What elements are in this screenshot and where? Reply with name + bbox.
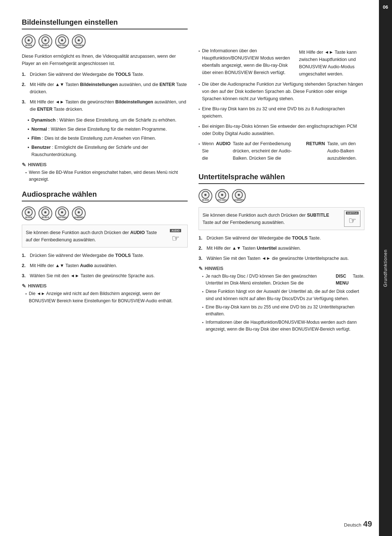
right-bullet-1: Die Informationen über den Hauptfunktion… (199, 47, 364, 78)
bild-hinweis-item-1: Wenn Sie die BD-Wise Funktion eingeschal… (25, 169, 188, 183)
bildeinstellungen-steps: 1. Drücken Sie während der Wiedergabe di… (22, 71, 188, 113)
subtitle-button-image: SUBTITLE ☞ (344, 210, 360, 227)
audio-disc-bdrom: BD-ROM (22, 206, 36, 220)
subtitle-steps: 1. Drücken Sie während der Wiedergabe di… (199, 234, 364, 262)
right-bullet-3: Eine Blu-ray Disk kann bis zu 32 und ein… (199, 105, 364, 120)
pencil-icon: ✎ (22, 162, 26, 168)
sub-step-2: 2. Mit Hilfe der ▲▼ Tasten Untertitel au… (199, 245, 364, 252)
sub-disc-da: DA/MM/MP3 (232, 189, 246, 203)
pencil-icon-2: ✎ (22, 283, 26, 289)
audio-button-label: AUDIO (170, 229, 181, 232)
disc-icon-bdrom: BD-ROM (22, 34, 36, 48)
audio-step-2: 2. Mit Hilfe der ▲▼ Tasten Audio auswähl… (22, 262, 188, 269)
hand-icon-2: ☞ (348, 216, 356, 226)
subtitle-box-text: Sie können diese Funktion auch durch Drü… (203, 212, 340, 226)
audio-button-image: AUDIO ☞ (167, 228, 184, 244)
audio-disc-bdrer: BD-RE/-R (38, 206, 52, 220)
bullet-normal: Normal : Wählen Sie diese Einstellung fü… (28, 126, 188, 133)
audio-steps: 1. Drücken Sie während der Wiedergabe di… (22, 252, 188, 279)
side-tab-text: Grundfunktionen (383, 249, 388, 287)
right-bullet-4: Bei einigen Blu-ray-Disks können Sie ent… (199, 123, 364, 137)
page-footer: Deutsch49 (344, 519, 372, 529)
subtitle-function-box: Sie können diese Funktion auch durch Drü… (199, 207, 364, 230)
sub-hinweis-4: Informationen über die Hauptfunktion/BON… (202, 319, 364, 333)
audio-disc-dvdvideo: DVD-VIDEO (55, 206, 69, 220)
hand-icon: ☞ (172, 233, 180, 244)
audio-step-1: 1. Drücken Sie während der Wiedergabe di… (22, 252, 188, 259)
sub-disc-bdrom: BD-ROM (199, 189, 212, 203)
bildeinstellungen-bullets: Dynamisch : Wählen Sie diese Einstellung… (22, 116, 188, 158)
right-bullet-2: Die über die Audiosprache Funktion zur V… (199, 81, 364, 102)
bullet-benutzer: Benutzer : Ermöglicht die Einstellung de… (28, 144, 188, 158)
sub-step-3: 3. Wählen Sie mit den Tasten ◄► die gewü… (199, 255, 364, 262)
subtitle-hinweis-title: ✎ HINWEIS (199, 266, 364, 271)
bildeinstellungen-intro: Diese Funktion ermöglicht es Ihnen, die … (22, 53, 188, 67)
right-bullet-5: Wenn Sie die AUDIO Taste auf der Fernbed… (199, 140, 364, 162)
side-tab: 06 Grundfunktionen (379, 0, 392, 536)
pencil-icon-3: ✎ (199, 266, 203, 271)
bild-hinweis-title: ✎ HINWEIS (22, 162, 188, 168)
section-title-audiosprache: Audiosprache wählen (22, 190, 188, 201)
side-tab-number: 06 (383, 4, 388, 10)
audio-function-box: Sie können diese Funktion auch durch Drü… (22, 225, 188, 247)
subtitle-hinweis-list: Je nach Blu-ray Disc / DVD können Sie de… (199, 273, 364, 333)
sub-hinweis-1: Je nach Blu-ray Disc / DVD können Sie de… (202, 273, 364, 287)
sub-step-1: 1. Drücken Sie während der Wiedergabe di… (199, 234, 364, 242)
audio-box-text: Sie können diese Funktion auch durch Drü… (26, 229, 164, 244)
sub-hinweis-3: Eine Blu-ray-Disk kann bis zu 255 und ei… (202, 304, 364, 318)
subtitle-button-label: SUBTITLE (346, 212, 359, 214)
right-top-bullets: Die Informationen über den Hauptfunktion… (199, 47, 364, 162)
bild-hinweis-list: Wenn Sie die BD-Wise Funktion eingeschal… (22, 169, 188, 183)
page-number: 49 (363, 519, 372, 528)
sub-hinweis-2: Diese Funktion hängt von der Auswahl der… (202, 288, 364, 302)
section-title-untertitel: Untertitelsprache wählen (199, 173, 364, 184)
sub-disc-dvdvideo: DVD-VIDEO (215, 189, 229, 203)
disc-icon-bdrer: BD-RE/-R (38, 34, 52, 48)
audio-hinweis-list: Die ◄► Anzeige wird nicht auf dem Bildsc… (22, 290, 188, 304)
disc-icons-audio: BD-ROM BD-RE/-R DVD-VIDEO (22, 206, 188, 220)
bild-step-2: 2. Mit Hilfe der ▲▼ Tasten Bildeinstellu… (22, 81, 188, 95)
audio-hinweis: ✎ HINWEIS Die ◄► Anzeige wird nicht auf … (22, 283, 188, 304)
subtitle-hinweis: ✎ HINWEIS Je nach Blu-ray Disc / DVD kön… (199, 266, 364, 333)
bullet-film: Film : Dies ist die beste Einstellung zu… (28, 135, 188, 142)
page-language: Deutsch (344, 522, 362, 528)
bild-hinweis: ✎ HINWEIS Wenn Sie die BD-Wise Funktion … (22, 162, 188, 183)
disc-icon-dvdrw: DVD+RW/-R (72, 34, 86, 48)
audio-step-3: 3. Wählen Sie mit den ◄► Tasten die gewü… (22, 272, 188, 279)
bild-step-3: 3. Mit Hilfe der ◄► Tasten die gewünscht… (22, 98, 188, 113)
audio-hinweis-item-1: Die ◄► Anzeige wird nicht auf dem Bildsc… (25, 290, 188, 304)
disc-icons-bild: BD-ROM BD-RE/-R DVD-VIDEO (22, 34, 188, 48)
audio-disc-da: DA/MM/MP3 (72, 206, 86, 220)
bild-step-1: 1. Drücken Sie während der Wiedergabe di… (22, 71, 188, 78)
section-title-bildeinstellungen: Bildeinstellungen einstellen (22, 18, 188, 29)
bullet-dynamisch: Dynamisch : Wählen Sie diese Einstellung… (28, 116, 188, 124)
disc-icons-subtitle: BD-ROM DVD-VIDEO DA/MM/MP3 (199, 189, 364, 203)
disc-icon-dvdvideo: DVD-VIDEO (55, 34, 69, 48)
audio-hinweis-title: ✎ HINWEIS (22, 283, 188, 289)
